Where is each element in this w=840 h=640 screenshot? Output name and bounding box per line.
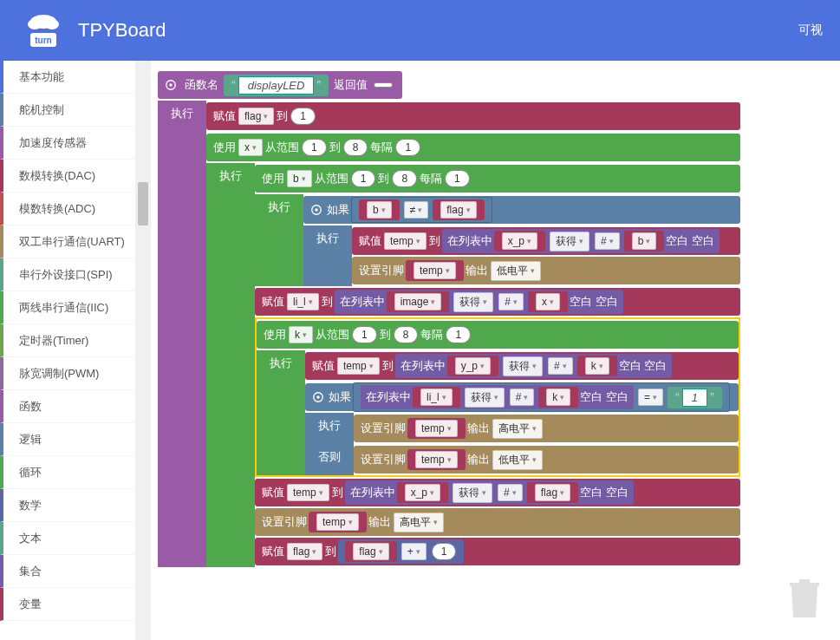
list-get-block[interactable]: 在列表中image 获得# x 空白 空白 [335, 290, 623, 314]
category-定时器(Timer)[interactable]: 定时器(Timer) [0, 324, 135, 357]
svg-point-2 [45, 19, 59, 29]
category-sidebar: 基本功能舵机控制加速度传感器数模转换(DAC)模数转换(ADC)双工串行通信(U… [0, 61, 135, 640]
gear-icon [310, 204, 322, 216]
set-pin-block[interactable]: 设置引脚temp 输出低电平 [354, 446, 739, 473]
scrollbar-thumb[interactable] [138, 182, 148, 225]
category-逻辑[interactable]: 逻辑 [0, 423, 135, 456]
set-pin-block[interactable]: 设置引脚temp 输出高电平 [255, 508, 740, 536]
category-舵机控制[interactable]: 舵机控制 [0, 94, 135, 127]
category-变量[interactable]: 变量 [0, 588, 135, 621]
list-get-block[interactable]: 在列表中x_p 获得# b 空白 空白 [442, 229, 720, 253]
svg-point-1 [28, 19, 42, 29]
gear-icon [165, 79, 177, 91]
blockly-workspace[interactable]: 函数名 “displayLED” 返回值 执行 赋值flag到 1 [151, 61, 840, 640]
category-文本[interactable]: 文本 [0, 522, 135, 555]
for-loop-block[interactable]: 使用x 从范围1 到8 每隔1 [206, 134, 740, 161]
category-数模转换(DAC)[interactable]: 数模转换(DAC) [0, 160, 135, 193]
trash-icon[interactable] [786, 578, 823, 623]
category-模数转换(ADC)[interactable]: 模数转换(ADC) [0, 193, 135, 225]
assign-block[interactable]: 赋值flag到 flag + 1 [255, 538, 740, 565]
assign-block[interactable]: 赋值temp到 在列表中x_p 获得# b 空白 空白 [352, 227, 740, 255]
category-加速度传感器[interactable]: 加速度传感器 [0, 127, 135, 160]
function-def-block[interactable]: 函数名 “displayLED” 返回值 [158, 71, 402, 99]
set-pin-block[interactable]: 设置引脚temp 输出高电平 [354, 415, 739, 442]
sidebar-scrollbar[interactable] [135, 61, 151, 640]
gear-icon [312, 391, 324, 403]
category-两线串行通信(IIC)[interactable]: 两线串行通信(IIC) [0, 291, 135, 324]
category-循环[interactable]: 循环 [0, 456, 135, 489]
var-dropdown[interactable]: flag [238, 108, 274, 125]
exec-label: 执行 [158, 101, 206, 567]
return-slot[interactable] [374, 82, 393, 88]
var-dropdown[interactable]: x [238, 139, 263, 156]
assign-block[interactable]: 赋值li_l到 在列表中image 获得# x 空白 空白 [255, 288, 740, 316]
svg-point-6 [169, 83, 173, 87]
number-input[interactable]: 1 [290, 108, 316, 125]
category-集合[interactable]: 集合 [0, 555, 135, 588]
category-脉宽调制(PWM)[interactable]: 脉宽调制(PWM) [0, 357, 135, 390]
category-函数[interactable]: 函数 [0, 390, 135, 423]
string-literal[interactable]: “displayLED” [224, 75, 329, 96]
for-loop-block-selected[interactable]: 使用k 从范围1 到8 每隔1 [257, 321, 739, 349]
svg-text:turn: turn [35, 36, 51, 45]
svg-point-8 [315, 208, 318, 212]
view-toggle[interactable]: 可视 [798, 23, 823, 38]
app-title: TPYBoard [78, 19, 166, 42]
logo-icon: turn [17, 9, 69, 52]
if-block[interactable]: 如果 b ≠ flag [303, 196, 740, 224]
category-数学[interactable]: 数学 [0, 489, 135, 522]
category-基本功能[interactable]: 基本功能 [0, 61, 135, 94]
if-else-block[interactable]: 如果 在列表中li_l 获得# k [305, 383, 739, 411]
app-header: turn TPYBoard 可视 [0, 0, 840, 61]
category-串行外设接口(SPI)[interactable]: 串行外设接口(SPI) [0, 258, 135, 291]
math-block[interactable]: flag + 1 [338, 539, 464, 564]
svg-point-10 [316, 395, 320, 399]
for-loop-block[interactable]: 使用b 从范围1 到8 每隔1 [255, 165, 740, 193]
compare-block[interactable]: b ≠ flag [351, 197, 492, 223]
assign-block[interactable]: 赋值temp到 在列表中x_p 获得# flag 空白 空白 [255, 479, 740, 506]
assign-block[interactable]: 赋值temp到 在列表中y_p 获得# k 空白 空白 [305, 352, 739, 380]
assign-block[interactable]: 赋值flag到 1 [206, 102, 740, 130]
set-pin-block[interactable]: 设置引脚temp 输出低电平 [352, 257, 740, 284]
category-双工串行通信(UART)[interactable]: 双工串行通信(UART) [0, 225, 135, 258]
